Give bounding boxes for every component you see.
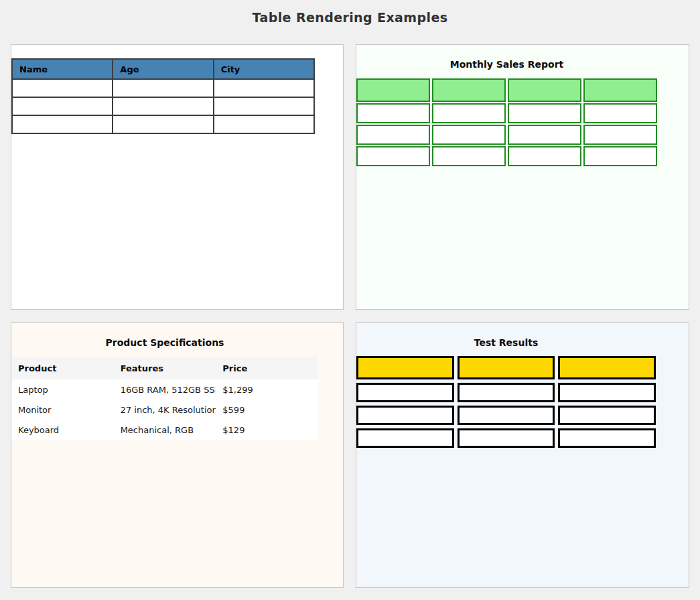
empty-cell bbox=[356, 428, 454, 448]
simple-table-header-city: City bbox=[214, 59, 314, 79]
empty-cell bbox=[432, 103, 506, 123]
test-results-title: Test Results bbox=[356, 337, 656, 348]
empty-cell bbox=[508, 103, 581, 123]
empty-cell bbox=[356, 125, 430, 145]
table-row: Laptop 16GB RAM, 512GB SSD $1,299 bbox=[11, 379, 318, 400]
table-row bbox=[12, 115, 314, 133]
sales-header-cell bbox=[508, 78, 581, 102]
product-features-cell: 16GB RAM, 512GB SSD bbox=[114, 379, 216, 400]
product-features-cell: Mechanical, RGB bbox=[114, 420, 216, 440]
empty-cell bbox=[113, 97, 213, 115]
empty-cell bbox=[458, 428, 555, 448]
empty-cell bbox=[12, 79, 113, 97]
table-row: Monitor 27 inch, 4K Resolution $599 bbox=[11, 400, 318, 420]
empty-cell bbox=[458, 383, 555, 402]
empty-cell bbox=[214, 97, 314, 115]
table-row bbox=[12, 79, 314, 97]
simple-table-header-age: Age bbox=[113, 59, 213, 79]
empty-cell bbox=[12, 97, 113, 115]
panel-test-results: Test Results bbox=[356, 322, 689, 588]
product-features-cell: 27 inch, 4K Resolution bbox=[114, 400, 216, 420]
empty-cell bbox=[432, 146, 506, 166]
product-price-cell: $599 bbox=[216, 400, 318, 420]
products-header-price: Price bbox=[216, 357, 318, 379]
empty-cell bbox=[356, 383, 454, 402]
empty-cell bbox=[12, 115, 113, 133]
sales-header-cell bbox=[432, 78, 506, 102]
empty-cell bbox=[432, 125, 506, 145]
empty-cell bbox=[113, 79, 213, 97]
tests-header-cell bbox=[356, 356, 454, 379]
empty-cell bbox=[558, 428, 656, 448]
panels-grid: Name Age City bbox=[11, 44, 689, 588]
empty-cell bbox=[356, 146, 430, 166]
panel-simple-table: Name Age City bbox=[11, 44, 344, 310]
empty-cell bbox=[356, 406, 454, 425]
empty-cell bbox=[583, 146, 657, 166]
empty-cell bbox=[558, 383, 656, 402]
empty-cell bbox=[508, 146, 581, 166]
product-name-cell: Laptop bbox=[11, 379, 114, 400]
empty-cell bbox=[508, 125, 581, 145]
products-header-features: Features bbox=[114, 357, 216, 379]
page-title: Table Rendering Examples bbox=[0, 0, 700, 25]
products-table: Product Features Price Laptop 16GB RAM, … bbox=[11, 357, 318, 440]
products-header-product: Product bbox=[11, 357, 114, 379]
table-row bbox=[12, 97, 314, 115]
tests-header-cell bbox=[458, 356, 555, 379]
simple-table-header-row: Name Age City bbox=[12, 59, 314, 79]
empty-cell bbox=[113, 115, 213, 133]
empty-cell bbox=[558, 406, 656, 425]
empty-cell bbox=[356, 103, 430, 123]
tests-table bbox=[356, 356, 656, 448]
product-specs-title: Product Specifications bbox=[11, 337, 318, 348]
products-table-body: Laptop 16GB RAM, 512GB SSD $1,299 Monito… bbox=[11, 379, 318, 440]
sales-table bbox=[356, 78, 657, 166]
empty-cell bbox=[458, 406, 555, 425]
sales-header-cell bbox=[356, 78, 430, 102]
panel-product-specifications: Product Specifications Product Features … bbox=[11, 322, 344, 588]
empty-cell bbox=[583, 103, 657, 123]
panel-monthly-sales-report: Monthly Sales Report bbox=[356, 44, 689, 310]
table-row: Keyboard Mechanical, RGB $129 bbox=[11, 420, 318, 440]
product-price-cell: $129 bbox=[216, 420, 318, 440]
product-name-cell: Monitor bbox=[11, 400, 114, 420]
tests-header-cell bbox=[558, 356, 656, 379]
simple-table: Name Age City bbox=[11, 58, 315, 134]
products-table-head: Product Features Price bbox=[11, 357, 318, 379]
simple-table-body bbox=[12, 79, 314, 133]
simple-table-header-name: Name bbox=[12, 59, 113, 79]
empty-cell bbox=[583, 125, 657, 145]
empty-cell bbox=[214, 79, 314, 97]
simple-table-head: Name Age City bbox=[12, 59, 314, 79]
product-price-cell: $1,299 bbox=[216, 379, 318, 400]
sales-report-title: Monthly Sales Report bbox=[356, 59, 657, 70]
empty-cell bbox=[214, 115, 314, 133]
sales-header-cell bbox=[583, 78, 657, 102]
product-name-cell: Keyboard bbox=[11, 420, 114, 440]
products-header-row: Product Features Price bbox=[11, 357, 318, 379]
